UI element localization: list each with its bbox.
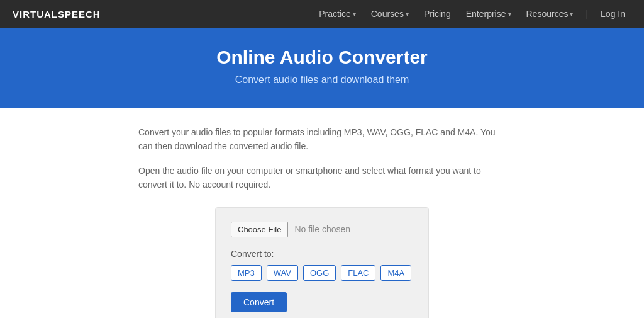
- hero-title: Online Audio Converter: [13, 47, 631, 68]
- nav-menu: Practice ▾ Courses ▾ Pricing Enterprise …: [313, 5, 631, 23]
- nav-link-enterprise[interactable]: Enterprise ▾: [460, 5, 518, 23]
- convert-button[interactable]: Convert: [231, 292, 287, 312]
- nav-item-login[interactable]: Log In: [594, 5, 631, 23]
- dropdown-arrow-icon: ▾: [353, 11, 356, 18]
- nav-link-courses[interactable]: Courses ▾: [365, 5, 415, 23]
- file-input-row: Choose File No file chosen: [231, 222, 413, 237]
- dropdown-arrow-icon: ▾: [508, 11, 511, 18]
- hero-subtitle: Convert audio files and download them: [13, 74, 631, 86]
- format-buttons-group: MP3 WAV OGG FLAC M4A: [231, 265, 413, 281]
- format-btn-m4a[interactable]: M4A: [380, 265, 411, 281]
- nav-item-enterprise[interactable]: Enterprise ▾: [460, 5, 518, 23]
- nav-item-courses[interactable]: Courses ▾: [365, 5, 415, 23]
- convert-to-label: Convert to:: [231, 249, 413, 259]
- converter-box: Choose File No file chosen Convert to: M…: [215, 207, 429, 318]
- format-btn-wav[interactable]: WAV: [267, 265, 298, 281]
- nav-item-practice[interactable]: Practice ▾: [313, 5, 362, 23]
- navbar: VIRTUALSPEECH Practice ▾ Courses ▾ Prici…: [0, 0, 644, 28]
- nav-divider: |: [582, 8, 592, 20]
- nav-link-resources[interactable]: Resources ▾: [520, 5, 580, 23]
- brand-logo[interactable]: VIRTUALSPEECH: [13, 9, 101, 20]
- main-content: Convert your audio files to popular form…: [0, 108, 644, 318]
- format-btn-mp3[interactable]: MP3: [231, 265, 262, 281]
- dropdown-arrow-icon: ▾: [406, 11, 409, 18]
- description-paragraph-2: Open the audio file on your computer or …: [138, 164, 506, 192]
- dropdown-arrow-icon: ▾: [570, 11, 573, 18]
- nav-link-pricing[interactable]: Pricing: [418, 5, 457, 23]
- choose-file-button[interactable]: Choose File: [231, 222, 288, 237]
- hero-section: Online Audio Converter Convert audio fil…: [0, 28, 644, 108]
- description-paragraph-1: Convert your audio files to popular form…: [138, 125, 506, 154]
- nav-link-practice[interactable]: Practice ▾: [313, 5, 362, 23]
- format-btn-ogg[interactable]: OGG: [303, 265, 336, 281]
- nav-item-resources[interactable]: Resources ▾: [520, 5, 580, 23]
- nav-link-login[interactable]: Log In: [594, 5, 631, 23]
- format-btn-flac[interactable]: FLAC: [341, 265, 375, 281]
- no-file-label: No file chosen: [294, 224, 350, 234]
- nav-item-pricing[interactable]: Pricing: [418, 5, 457, 23]
